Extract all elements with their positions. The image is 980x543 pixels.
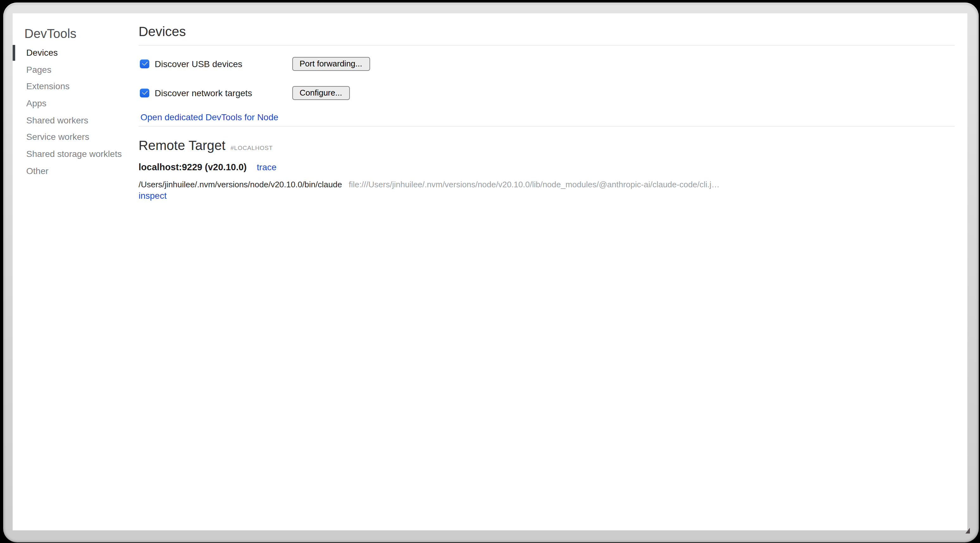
divider [138,126,955,127]
sidebar-nav: Devices Pages Extensions Apps [13,44,138,180]
selected-indicator-bar [13,45,15,61]
trace-link[interactable]: trace [257,162,277,172]
discover-network-label: Discover network targets [155,88,252,98]
sidebar-item-label: Apps [26,98,46,108]
sidebar-item-label: Shared workers [26,115,88,125]
page-title: Devices [138,24,186,39]
discover-usb-label: Discover USB devices [155,59,242,69]
port-forwarding-button[interactable]: Port forwarding... [292,57,370,70]
screen: DevTools Devices Pages Extensions [0,0,980,543]
discover-network-row: Discover network targets [140,86,252,100]
sidebar-item-service-workers[interactable]: Service workers [13,129,138,146]
configure-button[interactable]: Configure... [292,86,350,100]
sidebar-item-label: Extensions [26,81,70,91]
sidebar-item-label: Other [26,166,48,176]
divider [138,45,955,46]
localhost-tag: #LOCALHOST [231,144,273,151]
main-panel: Devices Discover USB devices Port forwar… [138,13,967,530]
sidebar-item-apps[interactable]: Apps [13,95,138,112]
resize-grip-icon[interactable] [965,527,970,533]
devtools-title: DevTools [24,26,138,41]
module-url: file:///Users/jinhuilee/.nvm/versions/no… [348,180,719,189]
sidebar-item-shared-storage-worklets[interactable]: Shared storage worklets [13,146,138,162]
sidebar-item-other[interactable]: Other [13,162,138,180]
sidebar-item-label: Pages [26,64,51,74]
sidebar: DevTools Devices Pages Extensions [13,13,138,530]
sidebar-item-extensions[interactable]: Extensions [13,78,138,95]
discover-usb-row: Discover USB devices [140,57,242,71]
sidebar-item-label: Service workers [26,132,89,142]
remote-target-header: Remote Target #LOCALHOST [138,138,273,153]
sidebar-item-pages[interactable]: Pages [13,61,138,78]
remote-target-title: Remote Target [138,138,226,153]
inspect-page: DevTools Devices Pages Extensions [13,13,967,530]
target-row: localhost:9229 (v20.10.0) trace [138,162,277,173]
sidebar-item-devices[interactable]: Devices [13,44,138,61]
inspect-link[interactable]: inspect [138,190,167,200]
browser-window: DevTools Devices Pages Extensions [3,3,978,542]
open-node-devtools-link[interactable]: Open dedicated DevTools for Node [140,112,278,122]
target-name: localhost:9229 (v20.10.0) [138,162,247,172]
process-path: /Users/jinhuilee/.nvm/versions/node/v20.… [138,180,342,189]
discover-network-checkbox[interactable] [140,89,149,98]
sidebar-item-label: Shared storage worklets [26,149,122,159]
sidebar-item-shared-workers[interactable]: Shared workers [13,112,138,129]
target-description: /Users/jinhuilee/.nvm/versions/node/v20.… [138,180,961,189]
sidebar-item-label: Devices [26,48,58,57]
discover-usb-checkbox[interactable] [140,59,149,68]
